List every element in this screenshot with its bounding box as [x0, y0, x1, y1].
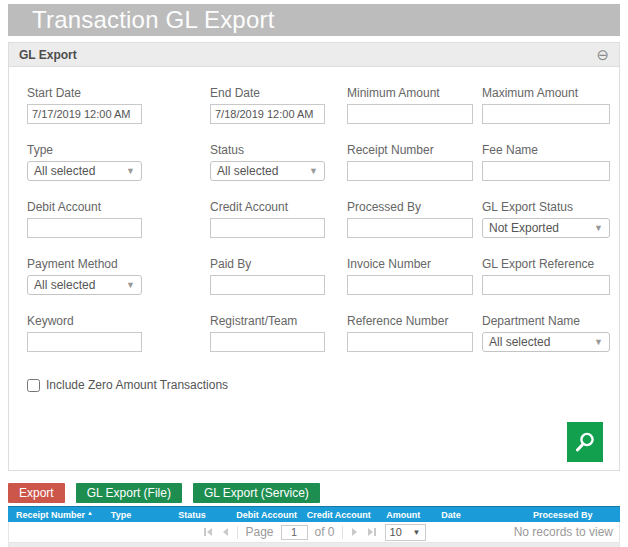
select-value: Not Exported [489, 221, 559, 235]
field-gl-export-reference: GL Export Reference [482, 257, 610, 295]
next-page-button[interactable] [350, 528, 359, 536]
field-gl-export-status: GL Export Status Not Exported ▼ [482, 200, 610, 238]
field-label: Debit Account [27, 200, 210, 214]
panel-title: GL Export [19, 48, 77, 62]
column-receipt-number[interactable]: Receipt Number▲ [8, 510, 103, 520]
paid-by-input[interactable] [210, 275, 325, 295]
maximum-amount-input[interactable] [482, 104, 610, 124]
field-label: Keyword [27, 314, 210, 328]
start-date-input[interactable] [27, 104, 142, 124]
select-value: All selected [489, 335, 550, 349]
field-label: Registrant/Team [210, 314, 347, 328]
page-of-label: of 0 [315, 525, 335, 539]
registrant-team-input[interactable] [210, 332, 325, 352]
results-grid: Receipt Number▲ Type Status Debit Accoun… [8, 506, 620, 547]
gl-export-status-select[interactable]: Not Exported ▼ [482, 218, 610, 238]
field-status: Status All selected ▼ [210, 143, 347, 181]
field-credit-account: Credit Account [210, 200, 347, 238]
field-label: Credit Account [210, 200, 347, 214]
receipt-number-input[interactable] [347, 161, 473, 181]
invoice-number-input[interactable] [347, 275, 473, 295]
zero-amount-row: Include Zero Amount Transactions [27, 378, 609, 392]
field-department-name: Department Name All selected ▼ [482, 314, 610, 352]
page-title: Transaction GL Export [8, 4, 620, 36]
divider [342, 526, 343, 539]
field-keyword: Keyword [27, 314, 210, 352]
field-paid-by: Paid By [210, 257, 347, 295]
search-button[interactable] [567, 422, 603, 462]
chevron-down-icon: ▼ [594, 337, 603, 347]
field-receipt-number: Receipt Number [347, 143, 482, 181]
last-page-icon [368, 528, 373, 536]
payment-method-select[interactable]: All selected ▼ [27, 275, 142, 295]
field-label: Status [210, 143, 347, 157]
field-processed-by: Processed By [347, 200, 482, 238]
page-label: Page [245, 525, 273, 539]
chevron-down-icon: ▼ [594, 223, 603, 233]
field-label: Receipt Number [347, 143, 482, 157]
field-label: GL Export Status [482, 200, 610, 214]
field-maximum-amount: Maximum Amount [482, 86, 610, 124]
field-label: GL Export Reference [482, 257, 610, 271]
status-select[interactable]: All selected ▼ [210, 161, 325, 181]
gl-export-reference-input[interactable] [482, 275, 610, 295]
gl-export-service-button[interactable]: GL Export (Service) [193, 483, 320, 503]
debit-account-input[interactable] [27, 218, 142, 238]
field-minimum-amount: Minimum Amount [347, 86, 482, 124]
field-label: Fee Name [482, 143, 610, 157]
divider [237, 526, 238, 539]
field-label: Invoice Number [347, 257, 482, 271]
reference-number-input[interactable] [347, 332, 473, 352]
field-label: Processed By [347, 200, 482, 214]
sort-asc-icon: ▲ [87, 510, 93, 516]
field-label: Payment Method [27, 257, 210, 271]
field-debit-account: Debit Account [27, 200, 210, 238]
field-label: Minimum Amount [347, 86, 482, 100]
prev-page-icon [223, 528, 228, 536]
filter-grid: Start Date End Date Minimum Amount Maxim… [27, 86, 609, 352]
field-label: Department Name [482, 314, 610, 328]
end-date-input[interactable] [210, 104, 325, 124]
field-registrant-team: Registrant/Team [210, 314, 347, 352]
select-value: All selected [34, 278, 95, 292]
processed-by-input[interactable] [347, 218, 473, 238]
column-processed-by[interactable]: Processed By [525, 510, 623, 520]
field-label: Reference Number [347, 314, 482, 328]
select-value: All selected [34, 164, 95, 178]
gl-export-panel: GL Export ⊖ Start Date End Date Minimum … [8, 42, 620, 471]
chevron-down-icon: ▼ [309, 166, 318, 176]
page-size-value: 10 [390, 526, 402, 538]
field-label: Start Date [27, 86, 210, 100]
column-credit-account[interactable]: Credit Account [299, 510, 379, 520]
field-invoice-number: Invoice Number [347, 257, 482, 295]
type-select[interactable]: All selected ▼ [27, 161, 142, 181]
department-name-select[interactable]: All selected ▼ [482, 332, 610, 352]
page-number-input[interactable] [281, 525, 308, 540]
field-end-date: End Date [210, 86, 347, 124]
last-page-button[interactable] [366, 528, 378, 536]
column-amount[interactable]: Amount [378, 510, 433, 520]
export-button[interactable]: Export [8, 483, 65, 503]
include-zero-amount-checkbox[interactable] [27, 379, 40, 392]
grid-empty-body [8, 543, 620, 547]
pagination-bar: Page of 0 10 ▼ No records to view [8, 522, 620, 543]
column-date[interactable]: Date [433, 510, 525, 520]
collapse-icon[interactable]: ⊖ [596, 47, 609, 62]
keyword-input[interactable] [27, 332, 142, 352]
first-page-button[interactable] [202, 528, 214, 536]
minimum-amount-input[interactable] [347, 104, 473, 124]
field-label: Maximum Amount [482, 86, 610, 100]
page-size-select[interactable]: 10 ▼ [385, 524, 426, 541]
field-label: Paid By [210, 257, 347, 271]
column-status[interactable]: Status [170, 510, 228, 520]
chevron-down-icon: ▼ [413, 528, 421, 537]
column-type[interactable]: Type [103, 510, 170, 520]
checkbox-label: Include Zero Amount Transactions [46, 378, 228, 392]
fee-name-input[interactable] [482, 161, 610, 181]
panel-header: GL Export ⊖ [9, 43, 619, 67]
prev-page-button[interactable] [221, 528, 230, 536]
panel-body: Start Date End Date Minimum Amount Maxim… [9, 67, 619, 470]
credit-account-input[interactable] [210, 218, 325, 238]
gl-export-file-button[interactable]: GL Export (File) [76, 483, 182, 503]
column-debit-account[interactable]: Debit Account [228, 510, 298, 520]
